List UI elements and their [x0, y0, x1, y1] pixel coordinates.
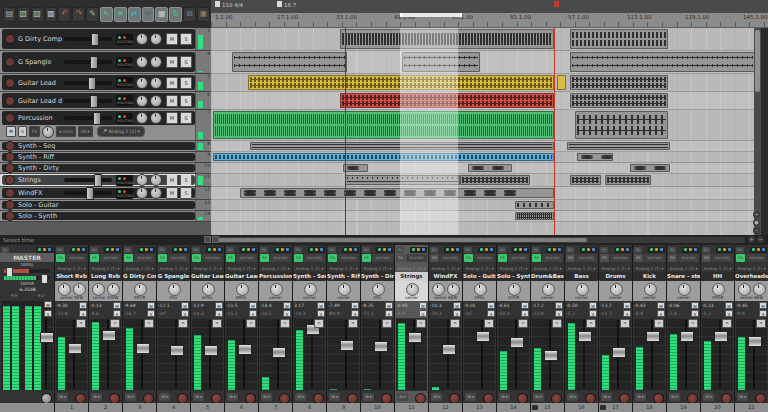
pan-knob[interactable]: [136, 95, 148, 107]
mute-button[interactable]: M: [725, 302, 733, 309]
fx-button[interactable]: FX: [736, 254, 745, 262]
solo-button[interactable]: S: [691, 310, 699, 317]
record-arm-button[interactable]: [5, 200, 15, 210]
fader-track[interactable]: [141, 320, 143, 389]
volume-slider-handle[interactable]: [93, 112, 101, 125]
mixer-strip-windfx[interactable]: fxFXROUTINGAnalog 1 (1) ▾WindFXcenter 86…: [429, 245, 462, 412]
mixer-strip-g-spangle[interactable]: fxFXROUTINGAnalog 1 (1) ▾G Spangle2%L-12…: [157, 245, 190, 412]
mute-button[interactable]: M: [351, 302, 359, 309]
fx-mini-button[interactable]: fx: [430, 247, 438, 253]
mute-button[interactable]: M: [283, 302, 291, 309]
pan-knob[interactable]: [136, 187, 148, 199]
solo-button[interactable]: S: [759, 310, 767, 317]
routing-button[interactable]: ROUTING: [116, 77, 133, 88]
solo-button[interactable]: S: [317, 310, 325, 317]
routing-button[interactable]: ROUTING: [712, 254, 733, 262]
routing-button[interactable]: ROUTING: [372, 254, 393, 262]
automation-button[interactable]: ≈: [314, 319, 324, 328]
pan-knob[interactable]: [136, 56, 148, 68]
media-item[interactable]: [575, 111, 668, 139]
solo-button[interactable]: S: [147, 310, 155, 317]
fader-handle[interactable]: [510, 337, 524, 348]
pan-knob[interactable]: [136, 33, 148, 45]
width-knob[interactable]: [150, 77, 162, 89]
fader-handle[interactable]: [442, 344, 456, 355]
fx-button[interactable]: FX: [260, 254, 269, 262]
fx-mini-button[interactable]: fx: [532, 247, 540, 253]
routing-button[interactable]: ROUTING: [678, 254, 699, 262]
track-row-windfx[interactable]: WindFXROUTINGMS12: [0, 187, 211, 200]
solo-button[interactable]: S: [487, 310, 495, 317]
routing-button[interactable]: ROUTING: [116, 34, 133, 45]
volume-slider-handle[interactable]: [86, 187, 94, 200]
fader-handle[interactable]: [476, 331, 490, 342]
fx-mini-button[interactable]: fx: [226, 247, 234, 253]
mute-button[interactable]: M: [6, 126, 16, 137]
monitor-button[interactable]: ▸ mon: [56, 126, 76, 137]
input-monitor-button[interactable]: IN ▾: [533, 393, 544, 401]
mixer-strip-synth-seq[interactable]: fxFXROUTINGAnalog 1 (1) ▾Synth - Seqcent…: [293, 245, 326, 412]
arrange-lane-track-9[interactable]: [211, 152, 761, 163]
mute-button[interactable]: M: [166, 56, 178, 68]
media-item[interactable]: [570, 29, 668, 49]
routing-button[interactable]: ROUTING: [134, 254, 155, 262]
solo-button[interactable]: S: [351, 310, 359, 317]
fx-button[interactable]: FX: [702, 254, 711, 262]
input-row[interactable]: Analog 1 (1) ▾: [497, 265, 530, 272]
mixer-strip-guitar-lead-d[interactable]: fxFXROUTINGAnalog 1 (1) ▾Guitar Lead d85…: [225, 245, 258, 412]
input-monitor-button[interactable]: IN ▾: [261, 393, 272, 401]
fx-mini-button[interactable]: fx: [668, 247, 676, 253]
solo-button[interactable]: S: [657, 310, 665, 317]
routing-button[interactable]: ROUTING: [542, 254, 563, 262]
solo-button[interactable]: S: [18, 126, 27, 137]
fx-mini-button[interactable]: fx: [90, 247, 98, 253]
fader-track[interactable]: [379, 320, 381, 389]
media-item[interactable]: [468, 164, 512, 172]
fader-track[interactable]: [73, 320, 75, 389]
solo-button[interactable]: S: [249, 310, 257, 317]
fader-track[interactable]: [583, 320, 585, 389]
solo-button[interactable]: S: [419, 310, 427, 317]
fader-track[interactable]: [753, 320, 755, 389]
solo-button[interactable]: S: [385, 310, 393, 317]
save-project-icon[interactable]: ▨: [31, 7, 44, 22]
grid-icon[interactable]: ▦: [155, 7, 168, 22]
width-knob[interactable]: [150, 112, 162, 124]
media-item[interactable]: [240, 188, 554, 198]
fx-button[interactable]: FX: [294, 254, 303, 262]
solo-button[interactable]: S: [555, 310, 563, 317]
mixer-strip-synth-riff[interactable]: fxFXROUTINGAnalog 1 (1) ▾Synth - Riffcen…: [327, 245, 360, 412]
width-knob[interactable]: [150, 95, 162, 107]
new-project-icon[interactable]: ▤: [3, 7, 16, 22]
arrange-lane-track-10[interactable]: [211, 163, 761, 174]
solo-button[interactable]: S: [283, 310, 291, 317]
media-item[interactable]: [515, 212, 554, 220]
track-volume-slider[interactable]: [64, 99, 112, 103]
mute-button[interactable]: M: [166, 187, 178, 199]
automation-button[interactable]: ≈: [722, 319, 732, 328]
marker-marker[interactable]: 16.7: [277, 1, 296, 12]
master-pan-left-slider[interactable]: [4, 269, 50, 273]
automation-button[interactable]: ≈: [484, 319, 494, 328]
automation-button[interactable]: ≈: [552, 319, 562, 328]
mute-button[interactable]: M: [181, 302, 189, 309]
mixer-strip-solo-guitar[interactable]: fxFXROUTINGAnalog 1 (1) ▾Solo - Guitar19…: [463, 245, 496, 412]
input-fx-button[interactable]: IN ▾: [78, 126, 92, 137]
input-monitor-button[interactable]: IN ▾: [499, 393, 510, 401]
input-monitor-button[interactable]: IN ▾: [329, 393, 340, 401]
input-row[interactable]: Analog 1 (1) ▾: [191, 265, 224, 272]
fx-mini-button[interactable]: fx: [736, 247, 744, 253]
fader-handle[interactable]: [578, 331, 592, 342]
env-knob[interactable]: [42, 126, 54, 138]
fx-mini-button[interactable]: fx: [566, 247, 574, 253]
track-row-solo-synth[interactable]: Solo - Synth14: [0, 211, 211, 222]
input-row[interactable]: Analog 1 (1) ▾: [123, 265, 156, 272]
panel-toggle-button[interactable]: [212, 236, 219, 243]
mute-button[interactable]: M: [691, 302, 699, 309]
input-row[interactable]: Analog 1 (1) ▾: [361, 265, 394, 272]
routing-button[interactable]: ROUTING: [576, 254, 597, 262]
fx-button[interactable]: FX: [90, 254, 99, 262]
mixer-strip-drums[interactable]: fxFXROUTINGAnalog 1 (1) ▾Drumscenter-13.…: [599, 245, 632, 412]
arrange-lane-track-4[interactable]: [211, 51, 761, 74]
input-monitor-button[interactable]: IN ▾: [567, 393, 578, 401]
